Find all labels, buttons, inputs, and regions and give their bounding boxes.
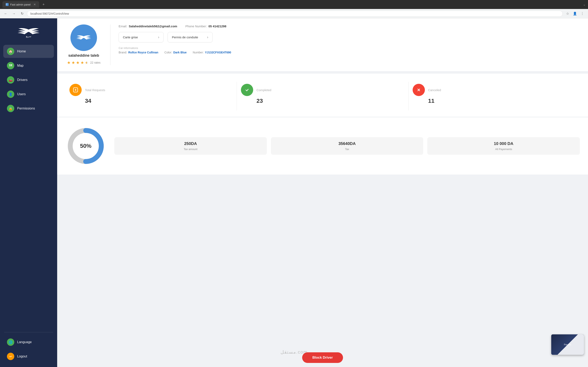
svg-point-2: [83, 37, 85, 38]
profile-left: salaheddine taleb ★ ★ ★ ★ ★ ★ 22 rates: [65, 25, 102, 65]
stats-section: Total Requests 34 Completed: [57, 74, 588, 117]
back-button[interactable]: ←: [2, 10, 9, 17]
tax-amount-value: 250DA: [184, 141, 197, 146]
canceled-value: 11: [413, 98, 434, 104]
sidebar-item-home[interactable]: 🏠 Home: [3, 45, 54, 58]
profile-right: Email: Salaheddinetaleb562@gmail.com Pho…: [119, 25, 580, 54]
number-label: Number:: [193, 51, 204, 54]
car-info-title: Car informations: [119, 47, 580, 50]
star-3: ★: [76, 60, 80, 65]
map-icon: 🗺: [7, 62, 14, 69]
total-requests-icon: [69, 84, 82, 96]
sidebar-item-language-label: Language: [17, 340, 32, 344]
profile-section: salaheddine taleb ★ ★ ★ ★ ★ ★ 22 rates: [57, 18, 588, 71]
permis-conduite-button[interactable]: Permis de conduite ›: [168, 32, 213, 42]
profile-divider: [110, 25, 111, 65]
sidebar-item-map-label: Map: [17, 64, 24, 67]
sidebar-item-users[interactable]: 👤 Users: [3, 88, 54, 101]
star-1: ★: [67, 60, 71, 65]
reload-button[interactable]: ↻: [19, 10, 25, 17]
all-payments-value: 10 000 DA: [494, 141, 513, 146]
tax-label: Tax: [345, 148, 349, 151]
forward-button[interactable]: →: [11, 10, 17, 17]
sidebar-item-map[interactable]: 🗺 Map: [3, 59, 54, 72]
email-item: Email: Salaheddinetaleb562@gmail.com: [119, 25, 177, 28]
bottom-section: 50% 250DA Tax amount 35640DA Tax 10 000 …: [57, 117, 588, 175]
drivers-icon: 🚗: [7, 76, 14, 83]
number-value: YJ132CFXGE4T690: [205, 51, 231, 54]
main-content: salaheddine taleb ★ ★ ★ ★ ★ ★ 22 rates: [57, 18, 588, 367]
sidebar-item-logout-label: Logout: [17, 355, 27, 358]
payment-card-all-payments: 10 000 DA All Payements: [427, 137, 580, 155]
all-payments-label: All Payements: [495, 148, 512, 151]
rates-count: 22 rates: [90, 61, 101, 64]
canceled-icon: [413, 84, 425, 96]
sidebar-item-logout[interactable]: ↩ Logout: [3, 350, 54, 363]
x-circle-icon: [416, 87, 422, 93]
brand-value: Rollce Royce Cullinan: [128, 51, 158, 54]
carte-grise-arrow-icon: ›: [158, 35, 159, 39]
sidebar-item-users-label: Users: [17, 92, 26, 96]
home-icon: 🏠: [7, 48, 14, 55]
carte-grise-button[interactable]: Carte grise ›: [119, 32, 164, 42]
sidebar: سريع 🏠 Home 🗺 Map 🚗 Drivers 👤 Users: [0, 18, 57, 367]
payment-cards: 250DA Tax amount 35640DA Tax 10 000 DA A…: [114, 137, 580, 155]
sidebar-item-permissions[interactable]: 🔒 Permissions: [3, 102, 54, 115]
tax-amount-label: Tax amount: [184, 148, 198, 151]
bookmark-button[interactable]: ☆: [564, 10, 571, 17]
contact-row: Email: Salaheddinetaleb562@gmail.com Pho…: [119, 25, 580, 28]
color-item: Color: Dark Blue: [164, 51, 187, 54]
canceled-label: Canceled: [428, 88, 441, 92]
address-bar[interactable]: localhost:59072/#/ControlView: [27, 11, 563, 17]
donut-percentage: 50%: [80, 143, 91, 149]
sidebar-item-home-label: Home: [17, 50, 26, 53]
sidebar-logo: سريع: [0, 22, 57, 45]
menu-button[interactable]: ⋮: [579, 10, 586, 17]
browser-tab[interactable]: F Fast admin panel ✕: [2, 1, 39, 8]
stat-canceled-top: Canceled: [413, 84, 441, 96]
sidebar-item-drivers-label: Drivers: [17, 78, 27, 82]
preview-thumbnail: Preview: [551, 334, 584, 355]
sidebar-item-language[interactable]: 🌐 Language: [3, 336, 54, 349]
tab-expand-button[interactable]: ⌄: [583, 3, 586, 6]
stat-completed-top: Completed: [241, 84, 271, 96]
color-label: Color:: [164, 51, 172, 54]
app-wrapper: سريع 🏠 Home 🗺 Map 🚗 Drivers 👤 Users: [0, 18, 588, 367]
logout-icon: ↩: [7, 353, 14, 360]
avatar: [70, 25, 97, 51]
total-requests-label: Total Requests: [85, 88, 105, 92]
payment-card-tax-amount: 250DA Tax amount: [114, 137, 267, 155]
brand-label: Brand:: [119, 51, 127, 54]
permis-conduite-label: Permis de conduite: [172, 35, 198, 39]
tab-close-button[interactable]: ✕: [34, 3, 36, 6]
phone-label: Phone Number:: [185, 25, 207, 28]
completed-icon: [241, 84, 253, 96]
bottom-spacer: [57, 175, 588, 191]
email-value: Salaheddinetaleb562@gmail.com: [129, 25, 177, 28]
plus-square-icon: [73, 87, 78, 93]
stat-canceled: Canceled 11: [408, 82, 580, 110]
number-item: Number: YJ132CFXGE4T690: [193, 51, 231, 54]
checkmark-icon: [244, 87, 250, 93]
donut-chart: 50%: [65, 125, 106, 166]
star-5: ★ ★: [85, 60, 89, 65]
profile-button[interactable]: 👤: [572, 10, 578, 17]
block-btn-bar: Block Driver: [57, 348, 588, 367]
stat-completed: Completed 23: [237, 82, 408, 110]
car-info: Car informations Brand: Rollce Royce Cul…: [119, 47, 580, 54]
sidebar-bottom: 🌐 Language ↩ Logout: [0, 336, 57, 363]
tab-title: Fast admin panel: [10, 3, 31, 6]
permissions-icon: 🔒: [7, 105, 14, 112]
toolbar-actions: ☆ 👤 ⋮: [564, 10, 586, 17]
block-driver-button[interactable]: Block Driver: [302, 352, 343, 363]
brand-item: Brand: Rollce Royce Cullinan: [119, 51, 158, 54]
carte-grise-label: Carte grise: [123, 35, 138, 39]
sidebar-item-drivers[interactable]: 🚗 Drivers: [3, 73, 54, 86]
logo-icon: سريع: [16, 25, 41, 39]
total-requests-value: 34: [69, 98, 91, 104]
browser-toolbar: ← → ↻ localhost:59072/#/ControlView ☆ 👤 …: [0, 9, 588, 18]
new-tab-button[interactable]: +: [41, 2, 46, 7]
star-rating: ★ ★ ★ ★ ★ ★ 22 rates: [67, 60, 101, 65]
tax-value: 35640DA: [338, 141, 356, 146]
stats-row: Total Requests 34 Completed: [65, 82, 580, 110]
